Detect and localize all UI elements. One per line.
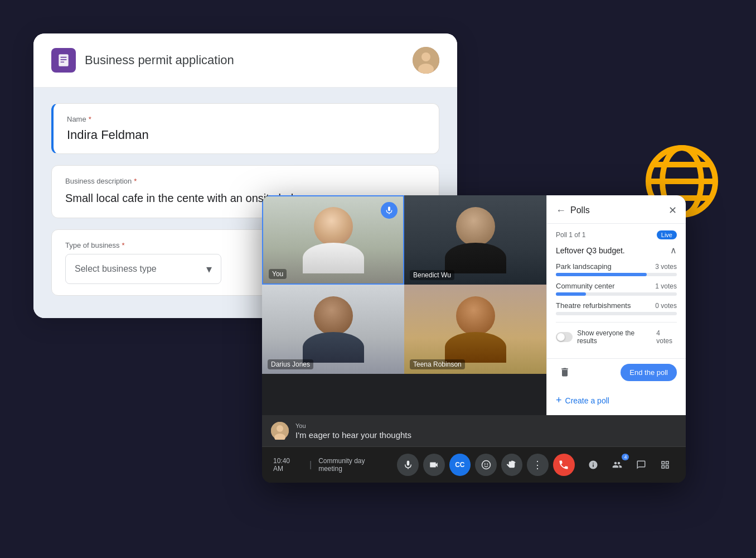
emoji-button[interactable] — [475, 454, 497, 476]
poll-bar-fill-1 — [556, 273, 647, 276]
type-required-star: * — [122, 241, 125, 249]
camera-button[interactable] — [423, 454, 445, 476]
form-doc-icon — [51, 48, 76, 73]
poll-option-1: Park landscaping 3 votes — [556, 262, 677, 276]
live-badge: Live — [657, 230, 677, 239]
poll-question: Leftover Q3 budget. — [556, 246, 625, 255]
select-placeholder: Select business type — [75, 264, 157, 274]
mic-active-icon — [381, 202, 398, 219]
polls-panel: ← Polls ✕ Poll 1 of 1 Live Leftover Q3 b… — [546, 195, 686, 415]
poll-option-votes-3: 0 votes — [655, 302, 677, 310]
poll-option-label-1: Park landscaping — [556, 262, 612, 271]
video-grid: You Benedict Wu — [262, 195, 546, 374]
captions-button[interactable]: CC — [449, 454, 471, 476]
polls-back-button[interactable]: ← — [556, 205, 566, 217]
name-required-star: * — [89, 115, 91, 123]
name-field-label: Name * — [67, 115, 425, 123]
svg-point-13 — [277, 425, 283, 432]
business-type-dropdown[interactable]: Select business type ▾ — [65, 254, 221, 284]
form-header: Business permit application — [33, 33, 457, 88]
toolbar-meeting-name: Community day meeting — [318, 457, 388, 473]
create-poll-plus-icon: + — [556, 395, 562, 406]
polls-body: Poll 1 of 1 Live Leftover Q3 budget. ∧ P… — [547, 224, 686, 358]
show-results-votes: 4 votes — [656, 329, 677, 345]
video-cell-you: You — [262, 195, 404, 285]
poll-option-label-2: Community center — [556, 282, 614, 290]
form-user-avatar — [413, 47, 439, 74]
participants-count-badge: 4 — [622, 454, 629, 460]
poll-bar-bg-3 — [556, 312, 677, 315]
video-call-card: You Benedict Wu — [262, 195, 686, 483]
video-cell-darius: Darius Jones — [262, 285, 404, 374]
toolbar-separator: | — [309, 460, 312, 470]
more-options-button[interactable]: ⋮ — [527, 454, 549, 476]
info-button[interactable] — [584, 455, 603, 475]
show-results-row: Show everyone the results 4 votes — [556, 329, 677, 345]
poll-counter: Poll 1 of 1 — [556, 231, 585, 239]
video-cell-benedict: Benedict Wu — [404, 195, 546, 285]
create-poll-label: Create a poll — [565, 396, 609, 405]
end-call-button[interactable] — [553, 454, 575, 476]
video-label-teena: Teena Robinson — [410, 359, 465, 369]
poll-collapse-icon[interactable]: ∧ — [670, 245, 677, 256]
name-field-value: Indira Feldman — [67, 128, 425, 142]
chat-area: You I'm eager to hear your thoughts — [262, 415, 686, 446]
poll-option-votes-2: 1 votes — [655, 282, 677, 290]
video-label-darius: Darius Jones — [268, 359, 313, 369]
poll-option-votes-1: 3 votes — [655, 263, 677, 271]
video-label-you: You — [269, 269, 287, 279]
video-content-area: You Benedict Wu — [262, 195, 686, 415]
svg-point-16 — [484, 463, 485, 464]
name-field[interactable]: Name * Indira Feldman — [51, 103, 439, 154]
chat-avatar — [271, 422, 289, 440]
toggle-knob — [557, 333, 565, 341]
svg-point-15 — [482, 461, 490, 469]
chat-message: I'm eager to hear your thoughts — [295, 430, 411, 440]
cc-label: CC — [455, 461, 464, 469]
svg-point-17 — [487, 463, 488, 464]
poll-bar-bg-2 — [556, 292, 677, 296]
chat-sidebar-button[interactable] — [631, 455, 651, 475]
hand-raise-button[interactable] — [501, 454, 523, 476]
chat-bubble: You I'm eager to hear your thoughts — [295, 422, 411, 440]
participants-button[interactable]: 4 — [608, 455, 627, 475]
delete-poll-button[interactable] — [556, 363, 574, 381]
end-poll-button[interactable]: End the poll — [621, 364, 677, 381]
poll-bar-bg-1 — [556, 273, 677, 276]
form-title: Business permit application — [85, 53, 234, 68]
poll-question-row: Leftover Q3 budget. ∧ — [556, 245, 677, 256]
poll-option-3: Theatre refurbishments 0 votes — [556, 301, 677, 315]
business-description-label: Business description * — [65, 177, 425, 185]
polls-header: ← Polls ✕ — [547, 195, 686, 224]
svg-point-10 — [421, 52, 430, 61]
create-poll-row[interactable]: + Create a poll — [547, 390, 686, 415]
polls-header-left: ← Polls — [556, 205, 590, 217]
polls-title: Polls — [570, 205, 590, 215]
mic-button[interactable] — [397, 454, 419, 476]
poll-divider — [556, 322, 677, 323]
polls-footer: End the poll — [547, 358, 686, 390]
more-dots-icon: ⋮ — [532, 459, 544, 471]
poll-option-label-3: Theatre refurbishments — [556, 301, 631, 310]
business-desc-required-star: * — [134, 177, 137, 185]
show-results-label: Show everyone the results — [577, 329, 652, 345]
video-toolbar: 10:40 AM | Community day meeting CC — [262, 446, 686, 483]
svg-rect-5 — [59, 54, 68, 66]
toolbar-time: 10:40 AM — [273, 457, 301, 473]
poll-bar-fill-2 — [556, 292, 586, 296]
video-cell-teena: Teena Robinson — [404, 285, 546, 374]
video-label-benedict: Benedict Wu — [410, 270, 454, 280]
form-header-left: Business permit application — [51, 48, 234, 73]
polls-close-button[interactable]: ✕ — [668, 204, 677, 217]
poll-counter-row: Poll 1 of 1 Live — [556, 230, 677, 239]
chat-sender: You — [295, 422, 411, 429]
chevron-down-icon: ▾ — [206, 262, 212, 276]
poll-option-2: Community center 1 votes — [556, 282, 677, 296]
layout-button[interactable] — [655, 455, 675, 475]
show-results-toggle[interactable] — [556, 332, 573, 342]
